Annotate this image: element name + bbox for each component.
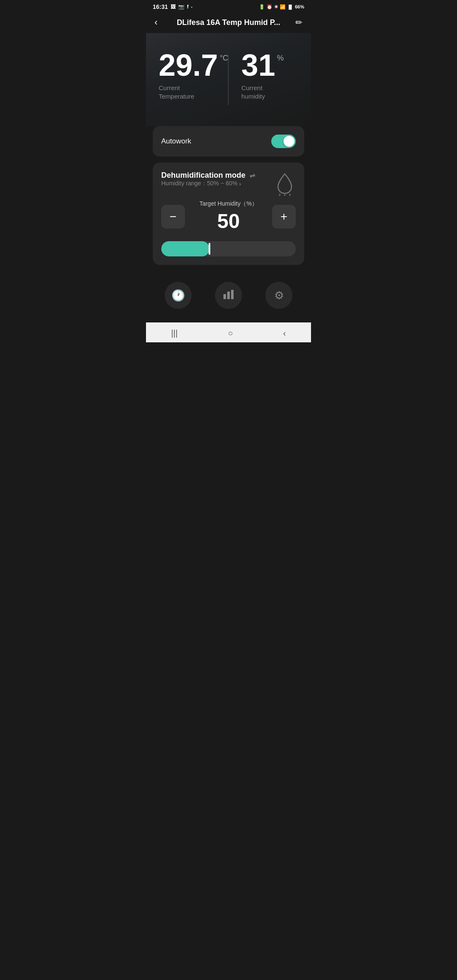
bluetooth-icon: ✳ (274, 4, 278, 10)
system-nav: ||| ○ ‹ (146, 322, 311, 342)
home-button[interactable]: ○ (228, 328, 233, 338)
mode-header: Dehumidification mode ⇌ Humidity range：5… (161, 171, 296, 198)
temperature-label: CurrentTemperature (159, 84, 194, 100)
schedule-button[interactable]: 🕐 (165, 282, 192, 309)
mode-title-section: Dehumidification mode ⇌ Humidity range：5… (161, 171, 255, 198)
svg-point-1 (284, 194, 286, 196)
target-humidity-section: − Target Humidity（%） 50 + (161, 200, 296, 233)
autowork-label: Autowork (161, 137, 191, 146)
mode-title: Dehumidification mode (161, 171, 245, 180)
humidity-range[interactable]: Humidity range：50% ~ 60% › (161, 180, 255, 187)
cards-area: Autowork Dehumidification mode ⇌ Humidit… (146, 126, 311, 265)
svg-point-2 (289, 194, 291, 196)
svg-rect-7 (227, 292, 230, 299)
humidity-block: 31 % Currenthumidity (228, 50, 298, 100)
signal-icon: ▐▌ (287, 5, 293, 9)
target-value: 50 (217, 209, 240, 233)
bottom-nav-area: 🕐 ⚙ (146, 282, 311, 316)
battery-percent: 66% (295, 4, 304, 9)
status-time: 16:31 (153, 3, 168, 10)
back-button[interactable]: ‹ (154, 17, 168, 28)
settings-button[interactable]: ⚙ (265, 282, 292, 309)
svg-rect-6 (223, 294, 226, 299)
humidity-value: 31 (241, 50, 275, 80)
status-bar: 16:31 🖼 📷 f • 🔋 ⏰ ✳ 📶 ▐▌ 66% (146, 0, 311, 12)
temperature-unit: °C (220, 54, 228, 62)
wifi-icon: 📶 (280, 4, 286, 10)
progress-fill (161, 241, 209, 256)
humidity-label: Currenthumidity (241, 84, 265, 100)
increase-button[interactable]: + (272, 205, 296, 228)
header: ‹ DLifesa 16A Temp Humid P... ✏ (146, 12, 311, 33)
svg-rect-8 (231, 290, 234, 299)
mode-title-row: Dehumidification mode ⇌ (161, 171, 255, 180)
minus-icon: − (170, 210, 176, 223)
slider-thumb (209, 243, 210, 255)
status-right: 🔋 ⏰ ✳ 📶 ▐▌ 66% (259, 4, 304, 10)
temperature-block: 29.7 °C CurrentTemperature (159, 50, 228, 100)
sensor-area: 29.7 °C CurrentTemperature 31 % Currenth… (146, 33, 311, 126)
chart-icon (223, 288, 234, 303)
status-icon-instagram: 📷 (178, 4, 184, 10)
back-nav-button[interactable]: ‹ (283, 328, 286, 338)
recents-button[interactable]: ||| (171, 328, 178, 338)
mode-card: Dehumidification mode ⇌ Humidity range：5… (153, 162, 304, 265)
statistics-button[interactable] (215, 282, 242, 309)
target-label: Target Humidity（%） (199, 200, 258, 208)
alarm-icon: ⏰ (267, 4, 273, 10)
status-left: 16:31 🖼 📷 f • (153, 3, 193, 10)
battery-icon: 🔋 (259, 4, 265, 10)
status-icon-facebook: f (187, 4, 189, 10)
svg-point-0 (279, 194, 281, 196)
humidity-unit: % (277, 54, 284, 62)
humidity-range-arrow: › (239, 181, 241, 187)
toggle-track[interactable] (271, 135, 296, 148)
drop-icon (275, 173, 294, 196)
autowork-toggle[interactable] (271, 135, 296, 148)
page-title: DLifesa 16A Temp Humid P... (168, 18, 289, 27)
toggle-thumb (284, 136, 295, 147)
status-dot: • (191, 5, 193, 9)
gear-icon: ⚙ (274, 289, 284, 302)
decrease-button[interactable]: − (161, 205, 185, 228)
mode-icon (274, 173, 296, 195)
clock-icon: 🕐 (171, 289, 185, 302)
autowork-card: Autowork (153, 126, 304, 157)
target-display: Target Humidity（%） 50 (185, 200, 272, 233)
mode-switch-icon[interactable]: ⇌ (250, 171, 255, 179)
temperature-value: 29.7 (159, 50, 218, 80)
humidity-range-text: Humidity range：50% ~ 60% (161, 180, 237, 187)
edit-button[interactable]: ✏ (289, 17, 303, 28)
status-icon-photo: 🖼 (171, 4, 176, 10)
plus-icon: + (281, 210, 287, 223)
humidity-slider[interactable] (161, 241, 296, 256)
